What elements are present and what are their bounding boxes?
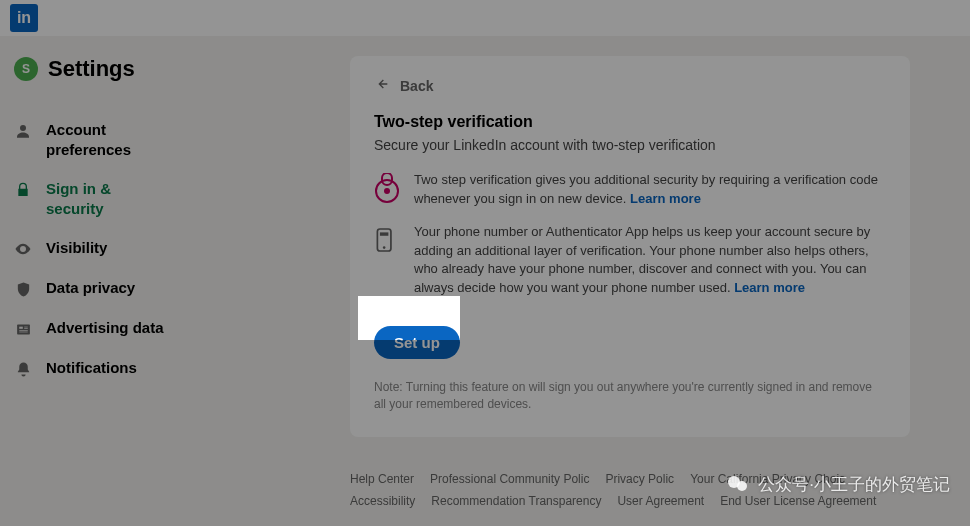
svg-point-9 [384,188,390,194]
sidebar-item-advertising-data[interactable]: Advertising data [14,308,170,348]
phone-icon [374,225,400,255]
sidebar-item-visibility[interactable]: Visibility [14,228,170,268]
footer-link[interactable]: End User License Agreement [720,494,876,508]
footer-link[interactable]: Accessibility [350,494,415,508]
footer: Help Center Professional Community Polic… [350,472,910,516]
shield-icon [14,280,32,298]
info-text-1: Two step verification gives you addition… [414,171,886,209]
card-subtitle: Secure your LinkedIn account with two-st… [374,137,886,153]
arrow-left-icon [374,76,390,95]
sidebar-item-label: Account preferences [46,120,170,159]
footer-link[interactable]: Recommendation Transparency [431,494,601,508]
info-row-1: Two step verification gives you addition… [374,171,886,209]
back-label: Back [400,78,433,94]
page-title: Settings [48,56,135,82]
sidebar-header: S Settings [14,56,170,82]
svg-rect-2 [19,326,23,328]
sidebar-item-notifications[interactable]: Notifications [14,348,170,388]
info-row-2: Your phone number or Authenticator App h… [374,223,886,298]
footer-link[interactable]: Help Center [350,472,414,486]
bell-icon [14,360,32,378]
footer-link[interactable]: Privacy Polic [605,472,674,486]
sidebar-item-label: Data privacy [46,278,135,298]
svg-rect-4 [24,328,28,329]
setup-button[interactable]: Set up [374,326,460,359]
footer-row-1: Help Center Professional Community Polic… [350,472,910,486]
linkedin-logo[interactable]: in [10,4,38,32]
learn-more-link-2[interactable]: Learn more [734,280,805,295]
svg-rect-3 [24,326,28,327]
eye-icon [14,240,32,258]
sidebar-item-account-preferences[interactable]: Account preferences [14,110,170,169]
footer-link[interactable]: User Agreement [617,494,704,508]
sidebar: S Settings Account preferences Sign in &… [0,36,180,526]
footer-row-2: Accessibility Recommendation Transparenc… [350,494,910,508]
sidebar-item-label: Notifications [46,358,137,378]
footer-link[interactable]: Your California Privacy Choic [690,472,845,486]
sidebar-item-security[interactable]: Sign in & security [14,169,170,228]
sidebar-item-label: Visibility [46,238,107,258]
main-layout: S Settings Account preferences Sign in &… [0,36,970,526]
svg-point-12 [383,246,386,249]
lock-circle-icon [374,173,400,203]
svg-rect-11 [380,232,388,235]
svg-point-0 [20,125,26,131]
back-button[interactable]: Back [374,76,886,95]
sidebar-item-data-privacy[interactable]: Data privacy [14,268,170,308]
lock-icon [14,181,32,199]
content-area: Back Two-step verification Secure your L… [180,36,970,526]
sidebar-item-label: Sign in & security [46,179,170,218]
svg-rect-1 [17,324,30,334]
svg-rect-6 [19,331,28,332]
sidebar-item-label: Advertising data [46,318,164,338]
note-text: Note: Turning this feature on will sign … [374,379,886,413]
svg-rect-5 [19,330,28,331]
setup-highlight: Set up [368,320,470,365]
footer-link[interactable]: Professional Community Polic [430,472,589,486]
learn-more-link-1[interactable]: Learn more [630,191,701,206]
card-title: Two-step verification [374,113,886,131]
settings-card: Back Two-step verification Secure your L… [350,56,910,437]
info-text-2: Your phone number or Authenticator App h… [414,223,886,298]
person-icon [14,122,32,140]
top-bar: in [0,0,970,36]
avatar[interactable]: S [14,57,38,81]
newspaper-icon [14,320,32,338]
